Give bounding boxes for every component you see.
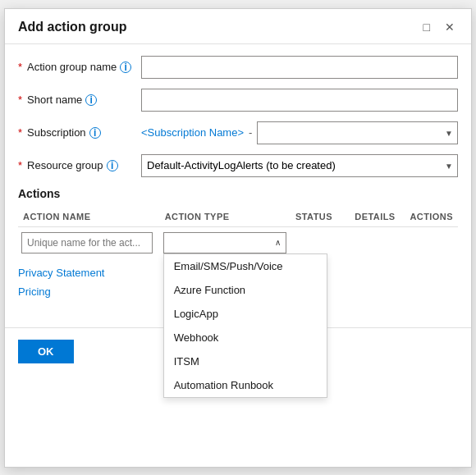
action-group-name-row: * Action group name i [18, 56, 458, 79]
dialog-header-icons: □ ✕ [420, 19, 458, 35]
minimize-icon[interactable]: □ [420, 19, 433, 35]
col-header-action-name: ACTION NAME [18, 208, 160, 227]
action-type-wrapper: ∧ Email/SMS/Push/Voice Azure Function Lo… [163, 232, 286, 253]
subscription-row: * Subscription i <Subscription Name> - ▼ [18, 121, 458, 144]
subscription-label: * Subscription i [18, 126, 141, 139]
action-group-name-info-icon[interactable]: i [120, 62, 131, 73]
dropdown-item-automation-runbook[interactable]: Automation Runbook [164, 373, 327, 397]
required-star: * [18, 61, 22, 73]
dropdown-item-logicapp[interactable]: LogicApp [164, 302, 327, 326]
dropdown-item-itsm[interactable]: ITSM [164, 349, 327, 373]
dropdown-item-email[interactable]: Email/SMS/Push/Voice [164, 254, 327, 278]
required-star-sub: * [18, 126, 22, 139]
col-header-details: DETAILS [350, 208, 405, 227]
short-name-info-icon[interactable]: i [85, 94, 97, 106]
action-name-cell [18, 226, 160, 258]
action-group-name-label-text: Action group name [27, 61, 117, 73]
resource-group-select-wrapper: Default-ActivityLogAlerts (to be created… [141, 154, 458, 177]
pricing-link[interactable]: Pricing [18, 285, 51, 298]
resource-group-info-icon[interactable]: i [107, 160, 118, 171]
action-name-input[interactable] [21, 232, 153, 253]
dropdown-item-azure-function[interactable]: Azure Function [164, 278, 327, 302]
actions-section-title: Actions [18, 187, 458, 200]
subscription-select-wrapper: ▼ [257, 121, 458, 144]
subscription-input-area: <Subscription Name> - ▼ [141, 121, 458, 144]
action-group-name-label: * Action group name i [18, 61, 141, 73]
dialog-header: Add action group □ ✕ [5, 9, 471, 44]
short-name-label: * Short name i [18, 94, 141, 106]
subscription-info-icon[interactable]: i [89, 127, 101, 139]
subscription-label-text: Subscription [27, 126, 86, 139]
ok-button[interactable]: OK [18, 340, 74, 363]
action-input-row: ∧ Email/SMS/Push/Voice Azure Function Lo… [18, 226, 458, 258]
short-name-row: * Short name i [18, 89, 458, 112]
required-star-rg: * [18, 159, 22, 171]
col-header-action-type: ACTION TYPE [160, 208, 291, 227]
actions-table: ACTION NAME ACTION TYPE STATUS DETAILS A… [18, 208, 458, 258]
resource-group-label-text: Resource group [27, 159, 103, 171]
action-type-dropdown-trigger[interactable]: ∧ [163, 232, 286, 253]
actions-cell [405, 226, 458, 258]
action-type-dropdown-menu: Email/SMS/Push/Voice Azure Function Logi… [163, 253, 327, 398]
action-type-cell: ∧ Email/SMS/Push/Voice Azure Function Lo… [160, 226, 291, 258]
sub-dash: - [249, 126, 252, 139]
resource-group-row: * Resource group i Default-ActivityLogAl… [18, 154, 458, 177]
action-group-name-input[interactable] [141, 56, 458, 79]
short-name-input[interactable] [141, 89, 458, 112]
required-star-short: * [18, 94, 22, 106]
privacy-statement-link[interactable]: Privacy Statement [18, 267, 105, 279]
dialog-title: Add action group [18, 20, 126, 34]
resource-group-label: * Resource group i [18, 159, 141, 171]
subscription-select[interactable] [257, 121, 458, 144]
col-header-status: STATUS [291, 208, 350, 227]
short-name-label-text: Short name [27, 94, 82, 106]
table-header-row: ACTION NAME ACTION TYPE STATUS DETAILS A… [18, 208, 458, 227]
resource-group-select[interactable]: Default-ActivityLogAlerts (to be created… [141, 154, 458, 177]
add-action-group-dialog: Add action group □ ✕ * Action group name… [4, 8, 472, 468]
dropdown-item-webhook[interactable]: Webhook [164, 326, 327, 349]
dialog-body: * Action group name i * Short name i * S… [5, 44, 471, 311]
close-icon[interactable]: ✕ [442, 19, 458, 35]
col-header-actions: ACTIONS [405, 208, 458, 227]
subscription-name-text: <Subscription Name> [141, 126, 244, 139]
details-cell [350, 226, 405, 258]
action-type-chevron-icon: ∧ [275, 238, 281, 247]
